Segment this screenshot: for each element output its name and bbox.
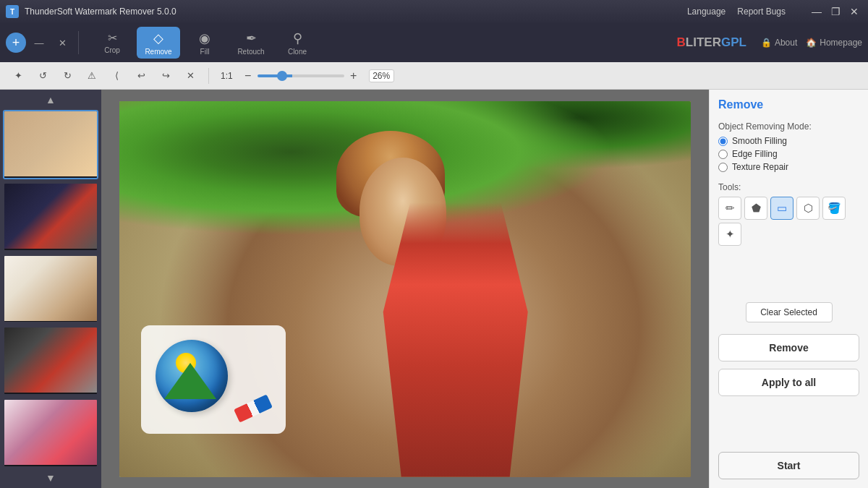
thumbnail-sidebar: ▲ abbaspc ads.jpg abbaspc as.jpg abbaspc… bbox=[0, 90, 101, 488]
img-tool-warn[interactable]: ⚠ bbox=[82, 67, 101, 85]
clear-selected-container: Clear Selected bbox=[718, 302, 859, 322]
apply-to-all-btn[interactable]: Apply to all bbox=[718, 369, 859, 396]
brand-liter: LITER bbox=[686, 35, 721, 49]
app-logo: T bbox=[6, 5, 19, 18]
list-item[interactable]: abbaspc as.jpg bbox=[3, 182, 98, 252]
main-image bbox=[119, 101, 691, 477]
main-area: ▲ abbaspc ads.jpg abbaspc as.jpg abbaspc… bbox=[0, 90, 868, 488]
img-tool-clear[interactable]: ✕ bbox=[181, 67, 200, 85]
retouch-mode-btn[interactable]: ✒ Retouch bbox=[229, 27, 273, 59]
thumbnail-img-1 bbox=[4, 184, 97, 249]
logo-globe bbox=[156, 340, 228, 412]
report-bugs-link[interactable]: Report Bugs bbox=[737, 7, 786, 17]
watermark-overlay bbox=[141, 325, 286, 434]
texture-radio[interactable] bbox=[718, 163, 728, 172]
smooth-filling-option[interactable]: Smooth Filling bbox=[718, 136, 859, 146]
removing-mode-label: Object Removing Mode: bbox=[718, 121, 859, 132]
clone-icon: ⚲ bbox=[293, 30, 302, 46]
img-toolbar-sep bbox=[208, 68, 209, 84]
minimize-btn[interactable]: — bbox=[809, 4, 825, 20]
close-file-btn[interactable]: ✕ bbox=[52, 33, 72, 53]
pen-tool-btn[interactable]: ✏ bbox=[718, 197, 741, 220]
brand-area: BLITERGPL bbox=[677, 35, 746, 50]
scroll-up-btn[interactable]: ▲ bbox=[3, 93, 98, 107]
mode-buttons: ✂ Crop ◇ Remove ◉ Fill ✒ Retouch ⚲ Clone bbox=[90, 27, 319, 59]
thumbnail-label-1: abbaspc as.jpg bbox=[4, 249, 97, 252]
zoom-slider[interactable] bbox=[258, 74, 344, 77]
panel-title: Remove bbox=[718, 98, 859, 111]
smooth-radio[interactable] bbox=[718, 137, 728, 146]
about-link[interactable]: 🔒 About bbox=[761, 38, 797, 48]
app-title: ThunderSoft Watermark Remover 5.0.0 bbox=[25, 7, 687, 17]
remove-icon: ◇ bbox=[153, 30, 163, 46]
start-btn[interactable]: Start bbox=[718, 452, 859, 479]
window-controls: — ❐ ✕ bbox=[809, 4, 862, 20]
clear-selected-btn[interactable]: Clear Selected bbox=[746, 302, 833, 322]
mode-radio-group: Smooth Filling Edge Filling Texture Repa… bbox=[718, 136, 859, 172]
tools-section: Tools: ✏ ⬟ ▭ ⬡ 🪣 ✦ bbox=[718, 179, 859, 246]
zoom-plus-btn[interactable]: + bbox=[347, 69, 360, 82]
scroll-down-btn[interactable]: ▼ bbox=[3, 471, 98, 485]
image-toolbar: ✦ ↺ ↻ ⚠ ⟨ ↩ ↪ ✕ 1:1 − + 26% bbox=[0, 62, 868, 90]
zoom-minus-btn[interactable]: − bbox=[242, 69, 255, 82]
panel-spacer-2 bbox=[718, 403, 859, 445]
title-bar-right: Language Report Bugs — ❐ ✕ bbox=[687, 4, 862, 20]
add-file-btn[interactable]: + bbox=[6, 33, 26, 53]
zoom-controls: − + bbox=[242, 69, 360, 82]
zoom-percent-label: 26% bbox=[369, 69, 394, 82]
thumbnail-label-0: abbaspc ads.jpg bbox=[4, 176, 97, 179]
main-toolbar: + — ✕ ✂ Crop ◇ Remove ◉ Fill ✒ Retouch ⚲… bbox=[0, 23, 868, 62]
thumbnail-img-2 bbox=[4, 256, 97, 321]
edge-radio[interactable] bbox=[718, 150, 728, 159]
eraser-tool-btn[interactable]: ⬟ bbox=[744, 197, 767, 220]
thumbnail-label-3: abbaspc dad.jpg bbox=[4, 393, 97, 395]
fill-mode-btn[interactable]: ◉ Fill bbox=[183, 27, 226, 59]
logo-eraser bbox=[234, 394, 273, 422]
thumbnail-img-4 bbox=[4, 400, 97, 465]
clone-mode-btn[interactable]: ⚲ Clone bbox=[276, 27, 319, 59]
remove-btn[interactable]: Remove bbox=[718, 334, 859, 361]
language-link[interactable]: Language bbox=[687, 7, 726, 17]
crop-mode-btn[interactable]: ✂ Crop bbox=[90, 27, 134, 59]
right-panel: Remove Object Removing Mode: Smooth Fill… bbox=[709, 90, 868, 488]
title-bar: T ThunderSoft Watermark Remover 5.0.0 La… bbox=[0, 0, 868, 23]
thumbnail-img-0 bbox=[4, 111, 97, 176]
image-container bbox=[119, 101, 691, 477]
thumbnail-label-2: abbaspc ash.jpg bbox=[4, 321, 97, 324]
poly-tool-btn[interactable]: ⬡ bbox=[796, 197, 820, 220]
canvas-area[interactable] bbox=[101, 90, 709, 488]
logo-mountain bbox=[164, 363, 216, 399]
homepage-link[interactable]: 🏠 Homepage bbox=[806, 38, 862, 48]
watermark-logo bbox=[148, 333, 278, 427]
brand-text: BLITERGPL bbox=[677, 35, 746, 50]
removing-mode-section: Object Removing Mode: Smooth Filling Edg… bbox=[718, 121, 859, 172]
remove-file-btn[interactable]: — bbox=[29, 33, 49, 53]
img-tool-rotate-ccw[interactable]: ↺ bbox=[33, 67, 52, 85]
list-item[interactable]: abbaspc ads.jpg bbox=[3, 110, 98, 179]
img-tool-select[interactable]: ✦ bbox=[9, 67, 27, 85]
rect-tool-btn[interactable]: ▭ bbox=[770, 197, 793, 220]
brand-b: B bbox=[677, 35, 686, 49]
list-item[interactable]: abbaspc e.jpg bbox=[3, 398, 98, 468]
crop-icon: ✂ bbox=[108, 31, 117, 45]
maximize-btn[interactable]: ❐ bbox=[827, 4, 843, 20]
tools-label: Tools: bbox=[718, 182, 859, 192]
thumbnail-label-4: abbaspc e.jpg bbox=[4, 465, 97, 468]
img-tool-undo[interactable]: ↩ bbox=[132, 67, 150, 85]
texture-repair-option[interactable]: Texture Repair bbox=[718, 162, 859, 172]
retouch-icon: ✒ bbox=[246, 30, 257, 46]
img-tool-flip-h[interactable]: ⟨ bbox=[107, 67, 126, 85]
fill-tool-btn[interactable]: 🪣 bbox=[822, 197, 846, 220]
home-icon: 🏠 bbox=[806, 38, 817, 48]
toolbar-separator-1 bbox=[78, 31, 79, 54]
edge-filling-option[interactable]: Edge Filling bbox=[718, 149, 859, 159]
magic-tool-btn[interactable]: ✦ bbox=[718, 223, 741, 246]
list-item[interactable]: abbaspc ash.jpg bbox=[3, 254, 98, 324]
thumbnail-img-3 bbox=[4, 328, 97, 393]
img-tool-rotate-cw[interactable]: ↻ bbox=[58, 67, 77, 85]
zoom-ratio-label: 1:1 bbox=[221, 71, 233, 81]
remove-mode-btn[interactable]: ◇ Remove bbox=[137, 27, 180, 59]
img-tool-redo[interactable]: ↪ bbox=[156, 67, 175, 85]
close-btn[interactable]: ✕ bbox=[846, 4, 862, 20]
list-item[interactable]: abbaspc dad.jpg bbox=[3, 326, 98, 395]
